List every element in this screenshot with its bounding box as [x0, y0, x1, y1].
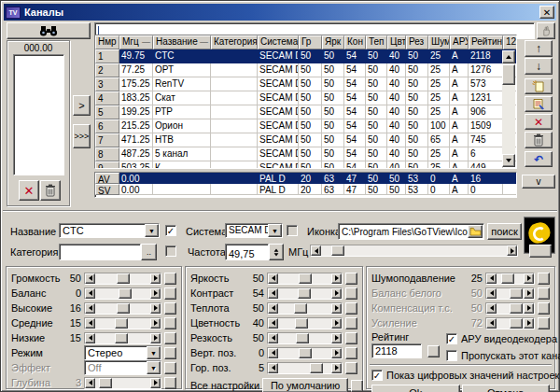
slider-thumb[interactable]	[299, 273, 312, 284]
grid-cell[interactable]: РТР	[153, 105, 211, 119]
grid-cell[interactable]: 100	[428, 119, 450, 133]
grid-cell[interactable]: 50	[406, 49, 428, 63]
grid-cell[interactable]: 65	[428, 133, 450, 147]
table-row[interactable]: 149.75CTCSECAM D50505450405025A2118	[95, 49, 516, 63]
grid-cell[interactable]: 50	[299, 147, 322, 161]
grid-cell[interactable]: 50	[406, 91, 428, 105]
scroll-down-button[interactable]	[502, 154, 515, 167]
grid-cell[interactable]: 5 канал	[153, 147, 211, 161]
grid-cell[interactable]: 1276	[469, 63, 503, 77]
grid-cell[interactable]: 40	[387, 105, 406, 119]
row-header-cell[interactable]: 2	[95, 63, 119, 77]
grid-cell[interactable]	[211, 91, 258, 105]
move-one-button[interactable]: >	[73, 95, 91, 116]
grid-cell[interactable]: 50	[366, 133, 387, 147]
move-all-button[interactable]: >>>	[73, 124, 91, 148]
category-browse-button[interactable]: ..	[141, 244, 157, 260]
slider-thumb[interactable]	[115, 333, 128, 343]
grid-cell[interactable]: 54	[344, 133, 366, 147]
default-mini-button[interactable]	[538, 317, 550, 329]
category-input[interactable]	[59, 244, 141, 260]
chevron-down-icon[interactable]: ▼	[147, 361, 161, 374]
grid-cell[interactable]	[211, 173, 258, 184]
column-header-5[interactable]: Гр	[299, 35, 322, 49]
slider-Высокие[interactable]	[84, 302, 161, 315]
table-row[interactable]: 9503.25К...SECAM D50505450405025A449	[95, 161, 516, 169]
column-header-6[interactable]: Ярк	[322, 35, 344, 49]
grid-cell[interactable]: 50	[406, 63, 428, 77]
table-row[interactable]: 8487.255 каналSECAM D50505450405025A6	[95, 147, 516, 161]
slider-left-arrow[interactable]	[486, 318, 497, 329]
grid-cell[interactable]: 25	[428, 77, 450, 91]
grid-cell[interactable]: 745	[469, 133, 503, 147]
checkbox[interactable]: ✓	[371, 370, 383, 381]
delete-channel-button[interactable]: ✕	[525, 114, 553, 130]
row-header-cell[interactable]: AV	[95, 173, 119, 184]
name-checkbox[interactable]: ✓	[165, 225, 176, 236]
grid-cell[interactable]: 50	[366, 49, 387, 63]
grid-cell[interactable]: 0.00	[119, 173, 153, 184]
slider-thumb[interactable]	[119, 288, 132, 299]
grid-cell[interactable]: 50	[366, 161, 387, 169]
grid-cell[interactable]: 77.25	[119, 63, 153, 77]
row-header-cell[interactable]: 3	[95, 77, 119, 91]
grid-cell[interactable]: 53	[406, 173, 428, 184]
default-mini-button[interactable]	[164, 273, 176, 285]
slider-Верт. поз.[interactable]	[267, 347, 343, 359]
slider-right-arrow[interactable]	[507, 245, 517, 256]
slider-thumb[interactable]	[331, 245, 344, 256]
grid-cell[interactable]: 50	[387, 184, 406, 195]
slider-thumb[interactable]	[117, 303, 130, 314]
channel-up-button[interactable]: ↑	[525, 40, 553, 57]
titlebar[interactable]: TV Каналы ✕	[4, 4, 556, 21]
grid-cell[interactable]	[211, 63, 258, 77]
grid-cell[interactable]: 47	[344, 184, 366, 195]
row-header-cell[interactable]: 5	[95, 105, 119, 119]
default-mini-button[interactable]	[427, 345, 440, 357]
row-header-cell[interactable]: 8	[95, 147, 119, 161]
slider-Баланс белого[interactable]	[485, 287, 535, 300]
slider-left-arrow[interactable]	[486, 273, 497, 284]
grid-cell[interactable]: 40	[387, 161, 406, 169]
table-row[interactable]: SV0.00PAL D2063475050530A0	[95, 184, 516, 195]
clear-list-button[interactable]: ✕	[19, 180, 39, 201]
slider-right-arrow[interactable]	[331, 363, 342, 373]
column-header-9[interactable]: Цвт	[387, 35, 406, 49]
slider-left-arrow[interactable]	[85, 333, 95, 343]
find-button[interactable]	[7, 22, 91, 39]
grid-cell[interactable]: 54	[344, 105, 366, 119]
grid-cell[interactable]: 40	[387, 147, 406, 161]
slider-left-arrow[interactable]	[268, 363, 278, 373]
grid-cell[interactable]: A	[450, 173, 469, 184]
grid-cell[interactable]: CTC	[153, 49, 211, 63]
grid-cell[interactable]: 215.25	[119, 119, 153, 133]
default-mini-button[interactable]	[164, 302, 176, 315]
edit-channel-button[interactable]	[525, 96, 553, 112]
default-mini-button[interactable]	[164, 347, 176, 359]
table-row[interactable]: 4183.25СкатSECAM D50505450405025A1231	[95, 91, 516, 105]
slider-Контраст[interactable]	[267, 287, 343, 300]
grid-cell[interactable]: 40	[387, 49, 406, 63]
grid-cell[interactable]: 50	[299, 133, 322, 147]
default-mini-button[interactable]	[345, 287, 357, 300]
slider-right-arrow[interactable]	[524, 303, 534, 314]
grid-cell[interactable]	[503, 184, 517, 195]
grid-cell[interactable]: 0	[469, 184, 503, 195]
grid-cell[interactable]: RenTV	[153, 77, 211, 91]
grid-cell[interactable]	[211, 105, 258, 119]
grid-cell[interactable]: 2118	[469, 49, 503, 63]
grid-cell[interactable]: 50	[322, 63, 344, 77]
show-values-checkbox[interactable]: ✓Показ цифровых значений настроек	[371, 369, 550, 381]
grid-cell[interactable]: A	[450, 91, 469, 105]
grid-cell[interactable]: 1509	[469, 119, 503, 133]
grid-cell[interactable]: 25	[428, 105, 450, 119]
slider-right-arrow[interactable]	[524, 318, 534, 329]
column-header-7[interactable]: Кон	[344, 35, 366, 49]
slider-right-arrow[interactable]	[150, 378, 161, 388]
slider-Громкость[interactable]	[84, 273, 161, 285]
column-header-14[interactable]: 123	[503, 35, 517, 49]
slider-Цветность[interactable]	[267, 317, 343, 329]
table-row[interactable]: 6215.25ОрионSECAM D505054504050100A1509	[95, 119, 516, 133]
grid-cell[interactable]: SECAM D	[258, 91, 299, 105]
system-dropdown[interactable]: SECAM D ▼	[225, 223, 283, 238]
